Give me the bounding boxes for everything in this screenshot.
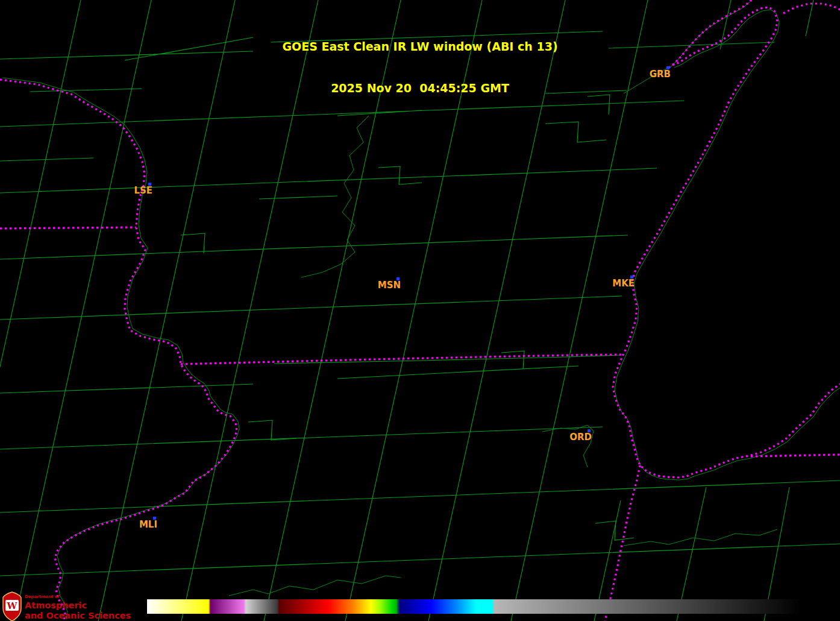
uw-aos-logo: W Department of Atmospheric and Oceanic … (2, 591, 131, 621)
station-markers: GRBLSEMSNMKEORDMLI (0, 0, 840, 621)
logo-line2: and Oceanic Sciences (25, 611, 131, 620)
logo-line1: Atmospheric (25, 601, 131, 610)
station-code-label: ORD (550, 433, 592, 442)
station-code-label: MLI (115, 520, 157, 529)
uw-crest-icon: W (2, 591, 22, 621)
crest-letter: W (7, 601, 18, 611)
station-code-label: MSN (359, 281, 401, 290)
station-code-label: GRB (628, 70, 671, 79)
logo-department-line: Department of (25, 595, 131, 599)
station-code-label: MKE (592, 279, 635, 288)
goes-satellite-viewer: { "header": { "title": "GOES East Clean … (0, 0, 840, 621)
ir-temperature-colorbar (147, 599, 801, 614)
station-code-label: LSE (110, 186, 152, 195)
logo-text: Department of Atmospheric and Oceanic Sc… (25, 591, 131, 620)
map-canvas: GOES East Clean IR LW window (ABI ch 13)… (0, 0, 840, 621)
